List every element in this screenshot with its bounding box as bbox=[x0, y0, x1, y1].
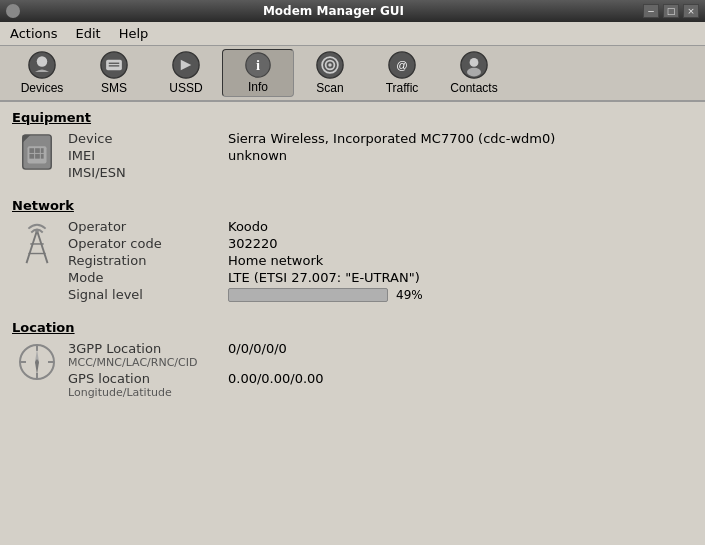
equipment-content: Device Sierra Wireless, Incorporated MC7… bbox=[12, 131, 693, 180]
location-3gpp-label-group: 3GPP Location MCC/MNC/LAC/RNC/CID bbox=[68, 341, 228, 369]
svg-point-18 bbox=[467, 68, 481, 77]
tower-icon-container bbox=[16, 219, 58, 302]
minimize-button[interactable]: − bbox=[643, 4, 659, 18]
signal-value: 49% bbox=[228, 287, 693, 302]
ussd-icon bbox=[170, 51, 202, 79]
signal-label: Signal level bbox=[68, 287, 228, 302]
location-gps-sublabel: Longitude/Latitude bbox=[68, 386, 228, 399]
signal-pct-label: 49% bbox=[396, 288, 423, 302]
equipment-grid: Device Sierra Wireless, Incorporated MC7… bbox=[68, 131, 693, 180]
svg-rect-23 bbox=[35, 148, 40, 153]
sms-icon bbox=[98, 51, 130, 79]
svg-rect-24 bbox=[41, 148, 44, 153]
main-content: Equipment Device Sierra Wireless, Incorp… bbox=[0, 102, 705, 545]
equipment-title: Equipment bbox=[12, 110, 693, 125]
imei-label: IMEI bbox=[68, 148, 228, 163]
mode-value: LTE (ETSI 27.007: "E-UTRAN") bbox=[228, 270, 693, 285]
network-content: Operator Koodo Operator code 302220 Regi… bbox=[12, 219, 693, 302]
svg-point-17 bbox=[470, 58, 479, 67]
device-value: Sierra Wireless, Incorporated MC7700 (cd… bbox=[228, 131, 693, 146]
location-3gpp-value: 0/0/0/0/0 bbox=[228, 341, 693, 369]
close-button[interactable]: × bbox=[683, 4, 699, 18]
menu-help[interactable]: Help bbox=[115, 24, 153, 43]
network-grid: Operator Koodo Operator code 302220 Regi… bbox=[68, 219, 693, 302]
tab-scan[interactable]: Scan bbox=[294, 49, 366, 97]
svg-rect-22 bbox=[29, 148, 34, 153]
network-section: Network Operator Koodo bbox=[12, 198, 693, 302]
location-grid: 3GPP Location MCC/MNC/LAC/RNC/CID 0/0/0/… bbox=[68, 341, 693, 399]
tab-ussd-label: USSD bbox=[169, 81, 202, 95]
registration-value: Home network bbox=[228, 253, 693, 268]
signal-bar-bg bbox=[228, 288, 388, 302]
info-icon: i bbox=[242, 52, 274, 78]
operator-value: Koodo bbox=[228, 219, 693, 234]
imsi-value bbox=[228, 165, 693, 180]
svg-rect-27 bbox=[41, 154, 44, 159]
svg-point-1 bbox=[37, 56, 48, 67]
tab-sms-label: SMS bbox=[101, 81, 127, 95]
compass-icon bbox=[18, 343, 56, 381]
registration-label: Registration bbox=[68, 253, 228, 268]
svg-rect-25 bbox=[29, 154, 34, 159]
toolbar: Devices SMS USSD i Info bbox=[0, 46, 705, 102]
window-controls: − □ × bbox=[643, 4, 699, 18]
equipment-section: Equipment Device Sierra Wireless, Incorp… bbox=[12, 110, 693, 180]
operator-code-value: 302220 bbox=[228, 236, 693, 251]
imsi-label: IMSI/ESN bbox=[68, 165, 228, 180]
menu-edit[interactable]: Edit bbox=[72, 24, 105, 43]
menu-actions[interactable]: Actions bbox=[6, 24, 62, 43]
scan-icon bbox=[314, 51, 346, 79]
devices-icon bbox=[26, 51, 58, 79]
tab-traffic-label: Traffic bbox=[386, 81, 419, 95]
svg-marker-40 bbox=[35, 359, 39, 375]
operator-code-label: Operator code bbox=[68, 236, 228, 251]
tab-contacts-label: Contacts bbox=[450, 81, 497, 95]
svg-line-29 bbox=[37, 231, 48, 264]
maximize-button[interactable]: □ bbox=[663, 4, 679, 18]
svg-point-13 bbox=[328, 63, 332, 67]
window-title: Modem Manager GUI bbox=[24, 4, 643, 18]
location-title: Location bbox=[12, 320, 693, 335]
mode-label: Mode bbox=[68, 270, 228, 285]
cell-tower-icon bbox=[20, 221, 54, 265]
tab-ussd[interactable]: USSD bbox=[150, 49, 222, 97]
tab-traffic[interactable]: @ Traffic bbox=[366, 49, 438, 97]
tab-info[interactable]: i Info bbox=[222, 49, 294, 97]
tab-devices-label: Devices bbox=[21, 81, 64, 95]
svg-point-32 bbox=[35, 229, 39, 233]
svg-rect-26 bbox=[35, 154, 40, 159]
location-content: 3GPP Location MCC/MNC/LAC/RNC/CID 0/0/0/… bbox=[12, 341, 693, 399]
tab-contacts[interactable]: Contacts bbox=[438, 49, 510, 97]
location-section: Location 3GPP Location bbox=[12, 320, 693, 399]
tab-scan-label: Scan bbox=[316, 81, 343, 95]
window-icon bbox=[6, 4, 20, 18]
tab-devices[interactable]: Devices bbox=[6, 49, 78, 97]
imei-value: unknown bbox=[228, 148, 693, 163]
svg-rect-3 bbox=[106, 60, 122, 71]
location-3gpp-label: 3GPP Location bbox=[68, 341, 228, 356]
location-3gpp-sublabel: MCC/MNC/LAC/RNC/CID bbox=[68, 356, 228, 369]
titlebar: Modem Manager GUI − □ × bbox=[0, 0, 705, 22]
tab-info-label: Info bbox=[248, 80, 268, 94]
svg-text:i: i bbox=[256, 57, 260, 73]
sim-card-icon bbox=[20, 133, 54, 171]
operator-label: Operator bbox=[68, 219, 228, 234]
traffic-icon: @ bbox=[386, 51, 418, 79]
svg-line-28 bbox=[26, 231, 37, 264]
menubar: Actions Edit Help bbox=[0, 22, 705, 46]
device-label: Device bbox=[68, 131, 228, 146]
sim-icon-container bbox=[16, 131, 58, 180]
location-gps-label: GPS location bbox=[68, 371, 228, 386]
location-gps-value: 0.00/0.00/0.00 bbox=[228, 371, 693, 399]
contacts-icon bbox=[458, 51, 490, 79]
compass-icon-container bbox=[16, 341, 58, 399]
network-title: Network bbox=[12, 198, 693, 213]
svg-text:@: @ bbox=[396, 59, 408, 71]
tab-sms[interactable]: SMS bbox=[78, 49, 150, 97]
location-gps-label-group: GPS location Longitude/Latitude bbox=[68, 371, 228, 399]
